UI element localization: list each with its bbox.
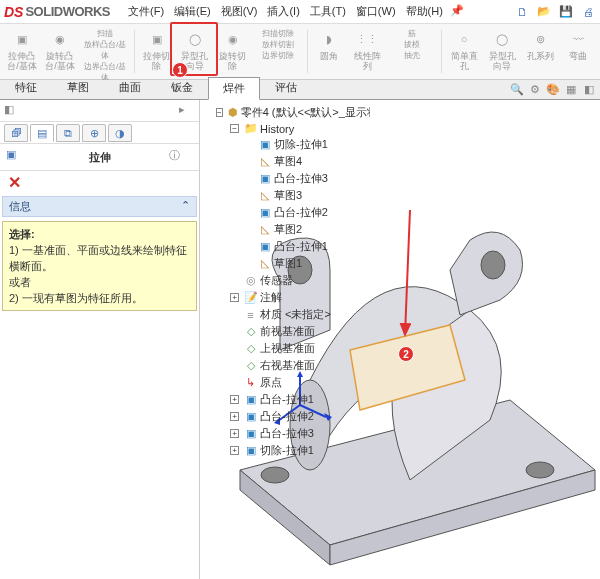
svg-point-7 <box>526 462 554 478</box>
graphics-area[interactable]: −⬢零件4 (默认<<默认>_显示状态 1>) −📁History ▣切除-拉伸… <box>200 100 600 579</box>
tab-weldment[interactable]: 焊件 <box>208 77 260 100</box>
note-icon: 📝 <box>244 291 257 304</box>
open-icon[interactable]: 📂 <box>536 4 552 20</box>
ribbon-pattern[interactable]: ⋮⋮线性阵 列 <box>349 26 385 77</box>
config-manager-tab[interactable]: ⧉ <box>56 124 80 142</box>
ribbon-flex[interactable]: 〰弯曲 <box>560 26 596 77</box>
ribbon-sweep-cut-stack[interactable]: 扫描切除 放样切割 边界切除 <box>253 26 303 77</box>
pm-cancel-button[interactable]: ✕ <box>0 171 199 194</box>
tree-item[interactable]: ▣切除-拉伸1 <box>244 136 368 153</box>
sensor-icon: ◎ <box>244 274 257 287</box>
tree-feature[interactable]: +▣凸台-拉伸2 <box>230 408 368 425</box>
tree-feature[interactable]: +▣凸台-拉伸1 <box>230 391 368 408</box>
tree-item[interactable]: ▣凸台-拉伸2 <box>244 204 368 221</box>
ribbon-hole-series[interactable]: ⊚孔系列 <box>522 26 558 77</box>
flyout-feature-tree[interactable]: −⬢零件4 (默认<<默认>_显示状态 1>) −📁History ▣切除-拉伸… <box>200 100 370 579</box>
collapse-icon[interactable]: − <box>230 124 239 133</box>
manager-tabs: 🗊 ▤ ⧉ ⊕ ◑ <box>0 122 199 144</box>
annotation-callout-1: 1 <box>172 62 188 78</box>
tree-item[interactable]: ▣凸台-拉伸1 <box>244 238 368 255</box>
panel-toolbar: ◧ ▸ <box>0 100 199 122</box>
tree-feature[interactable]: +▣凸台-拉伸3 <box>230 425 368 442</box>
dimxpert-tab[interactable]: ⊕ <box>82 124 106 142</box>
expand-icon[interactable]: + <box>230 293 239 302</box>
tree-plane[interactable]: ◇右视基准面 <box>230 357 368 374</box>
tree-plane[interactable]: ◇上视基准面 <box>230 340 368 357</box>
boss-extrude-icon: ▣ <box>244 410 257 423</box>
extrude-cut-icon: ▣ <box>146 28 168 50</box>
panel-collapse-icon[interactable]: ◧ <box>4 103 20 119</box>
collapse-icon[interactable]: − <box>216 108 223 117</box>
ribbon-sweep-stack[interactable]: 扫描 放样凸台/基体 边界凸台/基体 <box>80 26 130 77</box>
new-icon[interactable]: 🗋 <box>514 4 530 20</box>
tree-item[interactable]: ▣凸台-拉伸3 <box>244 170 368 187</box>
hole2-icon: ◯ <box>491 28 513 50</box>
tree-origin[interactable]: ↳原点 <box>230 374 368 391</box>
menu-view[interactable]: 视图(V) <box>217 2 262 21</box>
tree-item[interactable]: ◺草图2 <box>244 221 368 238</box>
fillet-icon: ◗ <box>318 28 340 50</box>
pushpin-icon[interactable]: 📌 <box>449 2 465 18</box>
tree-sensors[interactable]: ◎传感器 <box>230 272 368 289</box>
folder-icon: 📁 <box>244 122 257 135</box>
tree-history[interactable]: −📁History <box>230 121 368 136</box>
tab-evaluate[interactable]: 评估 <box>260 76 312 99</box>
tree-material[interactable]: ≡材质 <未指定> <box>230 306 368 323</box>
menu-help[interactable]: 帮助(H) <box>402 2 447 21</box>
tab-sketch[interactable]: 草图 <box>52 76 104 99</box>
chevron-up-icon: ⌃ <box>181 199 190 214</box>
app-logo: DS SOLIDWORKS <box>4 4 110 20</box>
ribbon-revolve-boss[interactable]: ◉旋转凸 台/基体 <box>42 26 78 77</box>
ribbon-hole-wizard-2[interactable]: ◯异型孔 向导 <box>484 26 520 77</box>
tree-item[interactable]: ◺草图3 <box>244 187 368 204</box>
ribbon-simple-hole[interactable]: ○简单直 孔 <box>446 26 482 77</box>
extrude-icon: ▣ <box>11 28 33 50</box>
save-icon[interactable]: 💾 <box>558 4 574 20</box>
ribbon-extrude-boss[interactable]: ▣拉伸凸 台/基体 <box>4 26 40 77</box>
hole-series-icon: ⊚ <box>529 28 551 50</box>
panel-menu-icon[interactable]: ▸ <box>179 103 195 119</box>
tab-sheetmetal[interactable]: 钣金 <box>156 76 208 99</box>
menu-insert[interactable]: 插入(I) <box>263 2 303 21</box>
tree-annotations[interactable]: +📝注解 <box>230 289 368 306</box>
plane-icon: ◇ <box>244 342 257 355</box>
menu-window[interactable]: 窗口(W) <box>352 2 400 21</box>
tree-feature[interactable]: +▣切除-拉伸1 <box>230 442 368 459</box>
tree-root[interactable]: −⬢零件4 (默认<<默认>_显示状态 1>) <box>216 104 368 121</box>
feature-manager-tab[interactable]: 🗊 <box>4 124 28 142</box>
tab-feature[interactable]: 特征 <box>0 76 52 99</box>
tree-item[interactable]: ◺草图4 <box>244 153 368 170</box>
appearance-icon[interactable]: 🎨 <box>546 82 560 96</box>
part-icon: ⬢ <box>228 106 238 119</box>
ribbon-revolve-cut[interactable]: ◉旋转切 除 <box>215 26 251 77</box>
display-manager-tab[interactable]: ◑ <box>108 124 132 142</box>
scene-icon[interactable]: ▦ <box>564 82 578 96</box>
property-manager-tab[interactable]: ▤ <box>30 124 54 142</box>
view-settings-icon[interactable]: ⚙ <box>528 82 542 96</box>
tree-plane[interactable]: ◇前视基准面 <box>230 323 368 340</box>
tab-surface[interactable]: 曲面 <box>104 76 156 99</box>
separator <box>134 30 135 73</box>
simple-hole-icon: ○ <box>453 28 475 50</box>
material-icon: ≡ <box>244 308 257 321</box>
help-icon[interactable]: ⓘ <box>169 148 187 166</box>
boss-extrude-icon: ▣ <box>244 427 257 440</box>
pm-info-header[interactable]: 信息⌃ <box>3 197 196 216</box>
ribbon-rib-stack[interactable]: 筋 拔模 抽壳 <box>387 26 437 77</box>
command-tabs: 特征 草图 曲面 钣金 焊件 评估 🔍 ⚙ 🎨 ▦ ◧ <box>0 80 600 100</box>
ribbon-extrude-cut[interactable]: ▣拉伸切 除 <box>139 26 175 77</box>
menu-file[interactable]: 文件(F) <box>124 2 168 21</box>
display-icon[interactable]: ◧ <box>582 82 596 96</box>
print-icon[interactable]: 🖨 <box>580 4 596 20</box>
sketch-icon: ◺ <box>258 223 271 236</box>
expand-icon[interactable]: + <box>230 446 239 455</box>
expand-icon[interactable]: + <box>230 429 239 438</box>
menu-edit[interactable]: 编辑(E) <box>170 2 215 21</box>
tree-item[interactable]: ◺草图1 <box>244 255 368 272</box>
menu-tools[interactable]: 工具(T) <box>306 2 350 21</box>
expand-icon[interactable]: + <box>230 395 239 404</box>
pm-selection-body: 选择: 1) 一基准面、平面或边线来绘制特征横断面。 或者 2) 一现有草图为特… <box>3 222 196 310</box>
ribbon-fillet[interactable]: ◗圆角 <box>311 26 347 77</box>
expand-icon[interactable]: + <box>230 412 239 421</box>
search-icon[interactable]: 🔍 <box>510 82 524 96</box>
